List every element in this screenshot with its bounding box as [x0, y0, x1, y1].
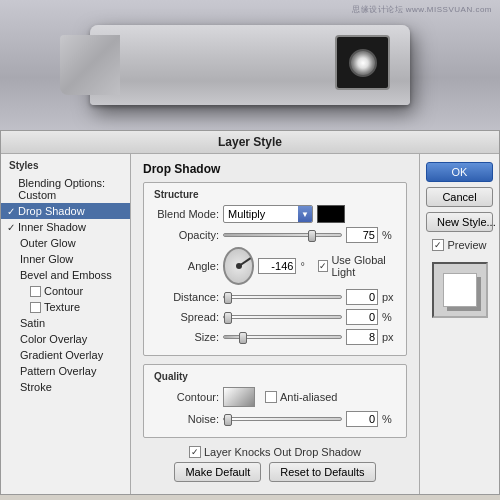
blend-mode-row: Blend Mode: Multiply ▼ — [154, 205, 396, 223]
spread-slider-container — [223, 315, 342, 319]
style-texture[interactable]: Texture — [1, 299, 130, 315]
size-unit: px — [382, 331, 396, 343]
spread-unit: % — [382, 311, 396, 323]
style-blending-options[interactable]: Blending Options: Custom — [1, 175, 130, 203]
style-drop-shadow[interactable]: Drop Shadow — [1, 203, 130, 219]
style-color-overlay[interactable]: Color Overlay — [1, 331, 130, 347]
style-inner-shadow-label: Inner Shadow — [18, 221, 86, 233]
style-contour-label: Contour — [44, 285, 83, 297]
angle-label: Angle: — [154, 260, 219, 272]
anti-aliased-checkbox[interactable] — [265, 391, 277, 403]
angle-dial[interactable] — [223, 247, 254, 285]
noise-label: Noise: — [154, 413, 219, 425]
style-blending-options-label: Blending Options: Custom — [18, 177, 124, 201]
ok-button[interactable]: OK — [426, 162, 493, 182]
blend-mode-label: Blend Mode: — [154, 208, 219, 220]
style-stroke-label: Stroke — [20, 381, 52, 393]
style-bevel-emboss-label: Bevel and Emboss — [20, 269, 112, 281]
style-drop-shadow-label: Drop Shadow — [18, 205, 85, 217]
style-inner-glow[interactable]: Inner Glow — [1, 251, 130, 267]
angle-unit: ° — [300, 260, 314, 272]
use-global-light-text: Use Global Light — [331, 254, 396, 278]
style-stroke[interactable]: Stroke — [1, 379, 130, 395]
distance-label: Distance: — [154, 291, 219, 303]
style-outer-glow[interactable]: Outer Glow — [1, 235, 130, 251]
style-inner-shadow[interactable]: Inner Shadow — [1, 219, 130, 235]
new-style-button[interactable]: New Style... — [426, 212, 493, 232]
angle-input[interactable]: -146 — [258, 258, 296, 274]
style-color-overlay-label: Color Overlay — [20, 333, 87, 345]
style-gradient-overlay-label: Gradient Overlay — [20, 349, 103, 361]
use-global-light-label[interactable]: ✓ Use Global Light — [318, 254, 396, 278]
style-contour[interactable]: Contour — [1, 283, 130, 299]
spread-row: Spread: 0 % — [154, 309, 396, 325]
size-slider-thumb[interactable] — [239, 332, 247, 344]
contour-row: Contour: Anti-aliased — [154, 387, 396, 407]
make-default-button[interactable]: Make Default — [174, 462, 261, 482]
opacity-slider-track — [224, 234, 312, 236]
style-inner-glow-label: Inner Glow — [20, 253, 73, 265]
preview-box — [432, 262, 488, 318]
styles-panel: Styles Blending Options: Custom Drop Sha… — [1, 154, 131, 494]
angle-dial-center — [236, 263, 242, 269]
use-global-light-checkbox[interactable]: ✓ — [318, 260, 328, 272]
layer-knocks-out-row[interactable]: ✓ Layer Knocks Out Drop Shadow — [143, 446, 407, 458]
bottom-buttons: Make Default Reset to Defaults — [143, 462, 407, 482]
reset-to-defaults-button[interactable]: Reset to Defaults — [269, 462, 375, 482]
blend-mode-color-swatch[interactable] — [317, 205, 345, 223]
style-satin[interactable]: Satin — [1, 315, 130, 331]
section-title: Drop Shadow — [143, 162, 407, 176]
distance-row: Distance: 0 px — [154, 289, 396, 305]
distance-input[interactable]: 0 — [346, 289, 378, 305]
camera-preview: 思缘设计论坛 www.MISSVUAN.com — [0, 0, 500, 130]
layer-style-dialog: Layer Style Styles Blending Options: Cus… — [0, 130, 500, 495]
contour-preview[interactable] — [223, 387, 255, 407]
noise-input[interactable]: 0 — [346, 411, 378, 427]
size-slider[interactable] — [223, 335, 342, 339]
spread-slider-thumb[interactable] — [224, 312, 232, 324]
opacity-input[interactable]: 75 — [346, 227, 378, 243]
style-pattern-overlay[interactable]: Pattern Overlay — [1, 363, 130, 379]
camera-image — [90, 25, 410, 105]
quality-title: Quality — [154, 371, 396, 382]
preview-checkbox[interactable]: ✓ — [432, 239, 444, 251]
blend-mode-dropdown-arrow[interactable]: ▼ — [298, 205, 312, 223]
distance-slider[interactable] — [223, 295, 342, 299]
opacity-slider-thumb[interactable] — [308, 230, 316, 242]
noise-slider-thumb[interactable] — [224, 414, 232, 426]
main-settings-panel: Drop Shadow Structure Blend Mode: Multip… — [131, 154, 419, 494]
spread-slider[interactable] — [223, 315, 342, 319]
noise-slider-container — [223, 417, 342, 421]
blend-mode-select[interactable]: Multiply ▼ — [223, 205, 313, 223]
structure-title: Structure — [154, 189, 396, 200]
style-satin-label: Satin — [20, 317, 45, 329]
cancel-button[interactable]: Cancel — [426, 187, 493, 207]
preview-label[interactable]: ✓ Preview — [426, 239, 493, 251]
noise-row: Noise: 0 % — [154, 411, 396, 427]
style-gradient-overlay[interactable]: Gradient Overlay — [1, 347, 130, 363]
styles-panel-title: Styles — [1, 158, 130, 175]
size-input[interactable]: 8 — [346, 329, 378, 345]
layer-knocks-out-text: Layer Knocks Out Drop Shadow — [204, 446, 361, 458]
distance-slider-container — [223, 295, 342, 299]
noise-slider[interactable] — [223, 417, 342, 421]
layer-knocks-out-checkbox[interactable]: ✓ — [189, 446, 201, 458]
camera-lens — [335, 35, 390, 90]
opacity-slider-container — [223, 233, 342, 237]
spread-input[interactable]: 0 — [346, 309, 378, 325]
dialog-title: Layer Style — [1, 131, 499, 154]
preview-inner — [443, 273, 477, 307]
contour-checkbox[interactable] — [30, 286, 41, 297]
opacity-slider[interactable] — [223, 233, 342, 237]
anti-aliased-label[interactable]: Anti-aliased — [265, 391, 337, 403]
texture-checkbox[interactable] — [30, 302, 41, 313]
distance-slider-thumb[interactable] — [224, 292, 232, 304]
style-bevel-emboss[interactable]: Bevel and Emboss — [1, 267, 130, 283]
anti-aliased-text: Anti-aliased — [280, 391, 337, 403]
watermark-text: 思缘设计论坛 www.MISSVUAN.com — [352, 4, 492, 15]
quality-section: Quality Contour: Anti-aliased Noise: — [143, 364, 407, 438]
structure-section: Structure Blend Mode: Multiply ▼ Opacity… — [143, 182, 407, 356]
style-pattern-overlay-label: Pattern Overlay — [20, 365, 96, 377]
size-label: Size: — [154, 331, 219, 343]
lens-glass — [349, 49, 377, 77]
